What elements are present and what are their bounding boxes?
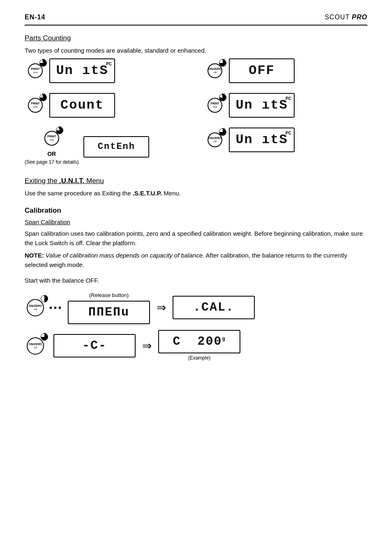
page-number: EN-14 — [25, 12, 45, 22]
exiting-title-plain: Exiting the — [25, 177, 59, 185]
calibration-section: Calibration Span Calibration Span calibr… — [25, 205, 367, 362]
display-count: Count — [49, 93, 115, 118]
btn-label-5: ON/ZEROOff — [208, 137, 221, 143]
btn-label-cal1: ON/ZEROOff — [29, 304, 42, 311]
btn-graphic: N PRINTUnit — [25, 60, 46, 81]
button-y-onzero-1: Y ON/ZEROOff — [204, 60, 226, 81]
btn-label-4: PRINTUnit — [47, 135, 56, 141]
display-text-off: OFF — [249, 61, 275, 81]
display-text-dash-c: -C- — [82, 337, 107, 355]
btn-graphic-2: N PRINTUnit — [25, 95, 46, 116]
pc-badge-3: PC — [286, 130, 291, 136]
display-dash-c: -C- — [53, 334, 136, 357]
arrow-1: ⇒ — [157, 299, 166, 316]
btn-graphic-3: N PRINTUnit — [204, 95, 226, 116]
parts-counting-description: Two types of counting modes are availabl… — [25, 46, 367, 56]
btn-letter-y-cal: Y — [44, 332, 46, 338]
btn-label: PRINTUnit — [31, 67, 40, 74]
diagram-row-1: N PRINTUnit Un ıtS PC — [25, 58, 367, 87]
display-200-block: C 200g (Example) — [158, 330, 240, 362]
start-text: Start with the balance OFF. — [25, 276, 367, 285]
display-cntenh: CntEnh — [83, 136, 149, 158]
cal-btn-onzero: ON/ZEROOff — [25, 297, 46, 318]
diagram-right-1: Y ON/ZEROOff OFF — [204, 58, 367, 87]
btn-graphic-y: Y ON/ZEROOff — [204, 60, 226, 81]
example-label: (Example) — [188, 354, 211, 362]
btn-letter-n4: N — [58, 125, 61, 131]
btn-label-3: PRINTUnit — [211, 102, 219, 108]
cal-btn-y: Y ON/ZEROOff — [25, 335, 46, 357]
btn-circle-5: ON/ZEROOff — [208, 132, 222, 147]
cal-diagram-row-1: ON/ZEROOff ••• (Release button) ΠΠEΠu ⇒ … — [25, 291, 367, 325]
exiting-desc-plain: Use the same procedure as Exiting the — [25, 190, 133, 197]
btn-label-2: PRINTUnit — [31, 102, 40, 108]
btn-circle-4: PRINTUnit — [44, 131, 59, 146]
display-text-cal: .CAL. — [193, 298, 234, 317]
btn-circle: PRINTUnit — [28, 63, 43, 78]
display-text: Un ıtS — [56, 61, 108, 81]
display-menu: ΠΠEΠu — [68, 301, 150, 324]
or-sub: (See page 17 for details) — [25, 158, 78, 166]
diagram-right-2: N PRINTUnit Un ıtS PC — [204, 93, 367, 122]
button-n-print-1: N PRINTUnit — [25, 60, 46, 81]
exiting-title-bold: .U.N.I.T. — [59, 177, 84, 185]
btn-circle-3: PRINTUnit — [208, 98, 222, 113]
or-text-block: OR (See page 17 for details) — [25, 150, 78, 166]
pc-badge-2: PC — [286, 95, 291, 102]
display-text-cntenh: CntEnh — [98, 140, 135, 153]
or-label: OR — [25, 150, 78, 158]
btn-graphic-cal1: ON/ZEROOff — [25, 297, 46, 318]
release-display-block: (Release button) ΠΠEΠu — [68, 291, 150, 325]
btn-label-y: ON/ZEROOff — [208, 67, 221, 74]
release-label: (Release button) — [89, 291, 129, 299]
btn-letter-y: Y — [222, 58, 225, 64]
btn-graphic-4: N PRINTUnit — [41, 128, 62, 149]
exiting-unit-description: Use the same procedure as Exiting the .S… — [25, 189, 367, 198]
diagram-left-3: N PRINTUnit OR (See page 17 for details)… — [25, 128, 188, 170]
parts-counting-title: Parts Counting — [25, 33, 367, 44]
note-label: NOTE: — [25, 252, 44, 259]
display-units-3: Un ıtS PC — [229, 128, 295, 152]
btn-letter-n2: N — [42, 92, 45, 98]
btn-indicator-cal1 — [41, 295, 48, 302]
exiting-desc-bold: .S.E.T.U.P. — [133, 190, 162, 197]
arrow-2: ⇒ — [142, 337, 152, 355]
parts-counting-section: Parts Counting Two types of counting mod… — [25, 33, 367, 198]
or-block: N PRINTUnit OR (See page 17 for details) — [25, 128, 78, 166]
display-cal: .CAL. — [173, 296, 255, 319]
diagram-left-1: N PRINTUnit Un ıtS PC — [25, 58, 188, 87]
btn-letter-n3: N — [222, 92, 225, 98]
diagram-row-3: N PRINTUnit OR (See page 17 for details)… — [25, 128, 367, 170]
span-cal-note: NOTE: Value of calibration mass depends … — [25, 251, 367, 269]
unit-g: g — [222, 336, 226, 342]
exiting-unit-title: Exiting the .U.N.I.T. Menu — [25, 176, 367, 186]
exiting-title-end: Menu — [85, 177, 104, 185]
note-italic: Value of calibration mass depends on cap… — [44, 252, 205, 259]
exiting-desc-end: Menu. — [162, 190, 181, 197]
display-units-1: Un ıtS PC — [49, 58, 115, 83]
display-text-menu: ΠΠEΠu — [88, 303, 129, 322]
btn-circle-y: ON/ZEROOff — [208, 63, 222, 78]
product-name-italic: PRO — [352, 14, 367, 21]
button-y-onzero-3: Y ON/ZEROOff — [204, 129, 226, 151]
exiting-unit-section: Exiting the .U.N.I.T. Menu Use the same … — [25, 176, 367, 198]
btn-circle-2: PRINTUnit — [28, 98, 43, 113]
cal-diagram-row-2: Y ON/ZEROOff -C- ⇒ C 200g (Example) — [25, 330, 367, 362]
display-units-2: Un ıtS PC — [229, 93, 295, 118]
btn-circle-cal2: ON/ZEROOff — [27, 337, 44, 355]
diagram-row-2: N PRINTUnit Count — [25, 93, 367, 122]
display-text-units3: Un ıtS — [235, 130, 288, 150]
pc-badge: PC — [106, 61, 112, 67]
page-header: EN-14 SCOUT PRO — [25, 12, 367, 26]
display-off-1: OFF — [229, 58, 295, 83]
display-text-count: Count — [60, 95, 104, 115]
span-cal-para1: Span calibration uses two calibration po… — [25, 229, 367, 248]
button-n-print-2: N PRINTUnit — [25, 95, 46, 116]
dots: ••• — [49, 302, 63, 314]
btn-graphic-cal2: Y ON/ZEROOff — [25, 335, 46, 357]
btn-letter-n: N — [42, 58, 45, 64]
calibration-title: Calibration — [25, 205, 367, 216]
btn-label-cal2: ON/ZEROOff — [29, 343, 42, 349]
product-name: SCOUT PRO — [325, 12, 367, 22]
diagram-right-3: Y ON/ZEROOff Un ıtS PC — [204, 128, 367, 156]
